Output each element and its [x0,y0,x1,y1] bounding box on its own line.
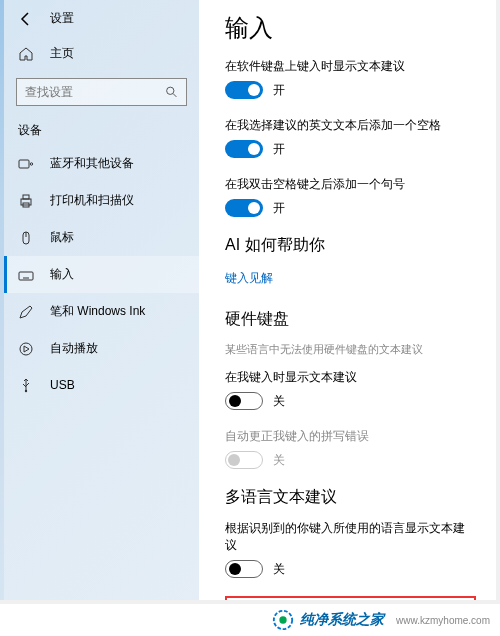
setting-label: 在我双击空格键之后添加一个句号 [225,176,476,193]
back-button[interactable] [18,11,34,27]
nav-label: 自动播放 [50,340,98,357]
search-box[interactable] [16,78,187,106]
setting-label: 在我选择建议的英文文本后添加一个空格 [225,117,476,134]
toggle-show-suggestions[interactable] [225,81,263,99]
setting-show-suggestions: 在软件键盘上键入时显示文本建议 开 [225,58,476,99]
sidebar-item-autoplay[interactable]: 自动播放 [4,330,199,367]
sidebar: 设置 主页 设备 蓝牙和其他设备 打印机和扫描仪 鼠标 输入 笔和 Window… [4,0,199,632]
printer-icon [18,193,34,209]
svg-rect-8 [19,272,33,280]
keyboard-icon [18,267,34,283]
svg-rect-4 [23,195,29,199]
toggle-hw-suggestions[interactable] [225,392,263,410]
autoplay-icon [18,341,34,357]
toggle-add-space[interactable] [225,140,263,158]
setting-label: 根据识别到的你键入所使用的语言显示文本建议 [225,520,476,554]
setting-add-period: 在我双击空格键之后添加一个句号 开 [225,176,476,217]
setting-label: 自动更正我键入的拼写错误 [225,428,476,445]
section-hardware-title: 硬件键盘 [225,309,476,330]
bluetooth-icon [18,156,34,172]
brand-name: 纯净系统之家 [300,611,384,629]
setting-add-space: 在我选择建议的英文文本后添加一个空格 开 [225,117,476,158]
toggle-state: 关 [273,452,285,469]
setting-label: 在软件键盘上键入时显示文本建议 [225,58,476,75]
nav-label: 打印机和扫描仪 [50,192,134,209]
sidebar-item-mouse[interactable]: 鼠标 [4,219,199,256]
search-icon [165,85,178,99]
section-multilang-title: 多语言文本建议 [225,487,476,508]
sidebar-section-label: 设备 [4,110,199,145]
svg-point-2 [30,162,32,164]
toggle-add-period[interactable] [225,199,263,217]
pen-icon [18,304,34,320]
brand-logo-icon [272,609,294,631]
sidebar-item-typing[interactable]: 输入 [4,256,199,293]
nav-label: 鼠标 [50,229,74,246]
search-input[interactable] [25,85,165,99]
setting-multilang: 根据识别到的你键入所使用的语言显示文本建议 关 [225,520,476,578]
hardware-desc: 某些语言中无法使用硬件键盘的文本建议 [225,342,476,357]
setting-label: 在我键入时显示文本建议 [225,369,476,386]
toggle-state: 关 [273,393,285,410]
sidebar-item-printers[interactable]: 打印机和扫描仪 [4,182,199,219]
setting-hw-autocorrect: 自动更正我键入的拼写错误 关 [225,428,476,469]
nav-label: USB [50,378,75,392]
sidebar-item-home[interactable]: 主页 [4,35,199,72]
sidebar-item-usb[interactable]: USB [4,367,199,403]
nav-label: 输入 [50,266,74,283]
watermark-footer: 纯净系统之家 www.kzmyhome.com [0,600,500,636]
nav-label: 蓝牙和其他设备 [50,155,134,172]
main-content: 输入 在软件键盘上键入时显示文本建议 开 在我选择建议的英文文本后添加一个空格 … [199,0,496,632]
svg-point-16 [279,616,286,623]
arrow-left-icon [18,11,34,27]
svg-point-0 [167,87,174,94]
toggle-state: 开 [273,82,285,99]
toggle-state: 关 [273,561,285,578]
brand-url: www.kzmyhome.com [396,615,490,626]
section-ai-title: AI 如何帮助你 [225,235,476,256]
home-label: 主页 [50,45,74,62]
toggle-state: 开 [273,200,285,217]
svg-point-13 [20,343,32,355]
window-title: 设置 [50,10,74,27]
svg-point-14 [25,390,27,392]
svg-rect-1 [19,160,29,168]
usb-icon [18,377,34,393]
toggle-multilang[interactable] [225,560,263,578]
setting-hw-suggestions: 在我键入时显示文本建议 关 [225,369,476,410]
toggle-state: 开 [273,141,285,158]
sidebar-item-pen[interactable]: 笔和 Windows Ink [4,293,199,330]
sidebar-item-bluetooth[interactable]: 蓝牙和其他设备 [4,145,199,182]
nav-label: 笔和 Windows Ink [50,303,145,320]
mouse-icon [18,230,34,246]
nav-list: 蓝牙和其他设备 打印机和扫描仪 鼠标 输入 笔和 Windows Ink 自动播… [4,145,199,403]
page-title: 输入 [225,12,476,44]
home-icon [18,46,34,62]
link-typing-insights[interactable]: 键入见解 [225,270,273,287]
toggle-hw-autocorrect [225,451,263,469]
